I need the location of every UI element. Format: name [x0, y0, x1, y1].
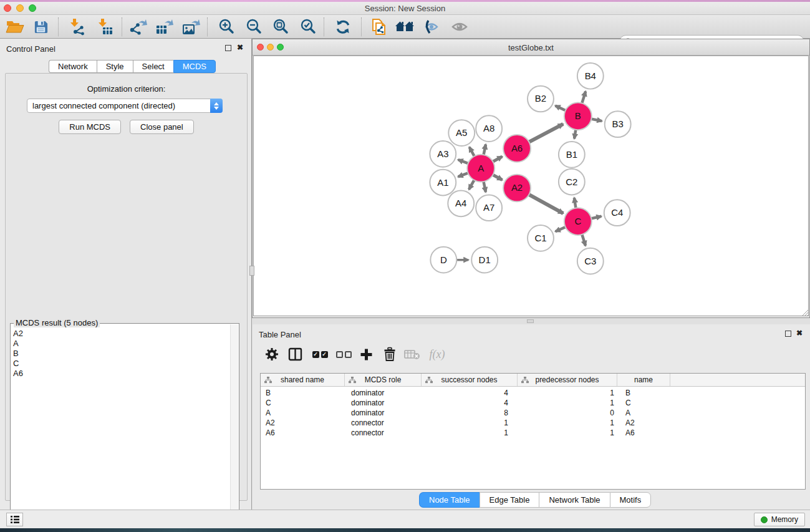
svg-text:A1: A1 — [437, 177, 448, 188]
column-header-shared-name[interactable]: shared name — [261, 374, 345, 386]
graph-node-D1[interactable]: D1 — [471, 247, 498, 273]
graph-node-B1[interactable]: B1 — [559, 142, 585, 168]
table-panel-title: Table Panel — [259, 330, 301, 339]
select-stepper-icon — [210, 99, 223, 113]
network-canvas[interactable]: B4B2BB3A8A5A6A3B1AC2A1A2A4A7C4CC1DD1C3 — [253, 56, 809, 316]
svg-text:B1: B1 — [566, 149, 577, 160]
save-session-icon[interactable] — [29, 17, 52, 37]
graph-node-A4[interactable]: A4 — [448, 190, 474, 216]
zoom-fit-icon[interactable] — [269, 17, 292, 37]
select-all-rows-icon[interactable]: ✓✓ — [309, 344, 331, 364]
tab-motifs[interactable]: Motifs — [610, 492, 652, 508]
home-icon[interactable] — [393, 17, 417, 37]
export-table-icon[interactable] — [152, 17, 176, 37]
graph-node-C4[interactable]: C4 — [604, 200, 630, 226]
graph-node-C3[interactable]: C3 — [577, 248, 604, 274]
optimization-criterion-select[interactable]: largest connected component (directed) — [27, 99, 223, 113]
show-graphics-details-icon[interactable] — [448, 17, 471, 37]
clone-network-icon[interactable] — [368, 17, 392, 37]
graph-node-A7[interactable]: A7 — [476, 195, 502, 221]
table-settings-gear-icon[interactable] — [261, 344, 283, 364]
graph-node-C1[interactable]: C1 — [528, 225, 554, 251]
hide-graphics-details-icon[interactable] — [420, 17, 443, 37]
memory-button[interactable]: Memory — [754, 513, 805, 526]
create-column-icon[interactable] — [355, 344, 377, 364]
svg-text:C2: C2 — [566, 177, 577, 187]
tab-mcds[interactable]: MCDS — [173, 60, 216, 73]
network-window-titlebar[interactable]: testGlobe.txt — [253, 39, 809, 56]
svg-text:A5: A5 — [456, 127, 467, 138]
graph-node-A[interactable]: A — [467, 155, 494, 182]
column-header-successor-nodes[interactable]: successor nodes — [422, 374, 518, 386]
svg-text:C4: C4 — [611, 207, 623, 218]
graph-node-C[interactable]: C — [564, 208, 592, 235]
export-image-icon[interactable] — [179, 17, 203, 37]
desktop-background-strip — [0, 528, 810, 532]
graph-node-B3[interactable]: B3 — [605, 111, 631, 137]
tab-style[interactable]: Style — [97, 60, 133, 73]
table-row[interactable]: C dominator 4 1 C — [261, 398, 805, 408]
column-header-predecessor-nodes[interactable]: predecessor nodes — [518, 374, 617, 386]
svg-text:A4: A4 — [455, 198, 466, 208]
zoom-selected-icon[interactable] — [296, 17, 320, 37]
control-panel-title: Control Panel — [6, 44, 55, 54]
import-table-icon[interactable] — [93, 17, 117, 37]
tab-network-table[interactable]: Network Table — [539, 492, 609, 508]
graph-node-B[interactable]: B — [564, 102, 592, 130]
deselect-all-rows-icon[interactable] — [332, 344, 355, 364]
svg-text:D1: D1 — [479, 254, 491, 265]
close-panel-button[interactable]: Close panel — [130, 120, 194, 134]
table-row[interactable]: A2 connector 1 1 A2 — [261, 418, 805, 428]
horizontal-splitter-handle[interactable] — [527, 319, 534, 323]
svg-text:A8: A8 — [483, 123, 494, 133]
graph-node-A8[interactable]: A8 — [476, 115, 502, 142]
graph-node-B2[interactable]: B2 — [528, 86, 554, 112]
tab-edge-table[interactable]: Edge Table — [480, 492, 539, 508]
delete-column-trash-icon[interactable] — [378, 344, 401, 364]
float-table-panel-icon[interactable] — [785, 331, 791, 337]
run-mcds-button[interactable]: Run MCDS — [59, 120, 121, 134]
task-list-icon — [10, 515, 20, 524]
open-file-icon[interactable] — [3, 17, 27, 37]
mcds-result-title: MCDS result (5 nodes) — [14, 318, 100, 327]
column-header-name[interactable]: name — [617, 374, 670, 386]
graph-node-C2[interactable]: C2 — [559, 169, 585, 195]
tab-select[interactable]: Select — [133, 60, 173, 73]
graph-node-A5[interactable]: A5 — [448, 120, 475, 146]
control-panel: Control Panel ✖ Network Style Select MCD… — [0, 39, 252, 510]
export-network-icon[interactable] — [126, 17, 150, 37]
float-panel-icon[interactable] — [225, 45, 231, 51]
graph-node-B4[interactable]: B4 — [577, 63, 604, 89]
refresh-icon[interactable] — [331, 17, 355, 37]
mcds-tab-content: Optimization criterion: largest connecte… — [5, 73, 248, 501]
zoom-in-icon[interactable] — [215, 17, 238, 37]
graph-node-A2[interactable]: A2 — [503, 175, 531, 202]
svg-text:C1: C1 — [534, 233, 546, 243]
close-table-panel-icon[interactable]: ✖ — [796, 329, 803, 337]
graph-node-A6[interactable]: A6 — [503, 135, 531, 162]
column-header-mcds-role[interactable]: MCDS role — [345, 374, 422, 386]
result-item: A2 — [13, 329, 23, 339]
tab-network[interactable]: Network — [49, 60, 97, 73]
import-network-icon[interactable] — [65, 17, 89, 37]
zoom-out-icon[interactable] — [242, 17, 266, 37]
close-panel-icon[interactable]: ✖ — [237, 43, 243, 52]
result-scrollbar[interactable] — [230, 324, 238, 532]
mcds-result-box: MCDS result (5 nodes) A2 A B C A6 — [10, 323, 239, 532]
table-row[interactable]: B dominator 4 1 B — [261, 388, 805, 398]
graph-node-D[interactable]: D — [430, 247, 456, 273]
task-history-button[interactable] — [6, 513, 23, 526]
graph-node-A3[interactable]: A3 — [430, 141, 456, 167]
show-columns-icon[interactable] — [284, 344, 306, 364]
function-builder-icon-disabled: f(x) — [426, 344, 448, 364]
graph-node-A1[interactable]: A1 — [430, 170, 456, 196]
network-window-title: testGlobe.txt — [253, 43, 809, 52]
node-table[interactable]: shared name MCDS role successor nodes pr… — [260, 373, 806, 490]
resize-grip-icon[interactable] — [801, 309, 809, 317]
table-row[interactable]: A6 connector 1 1 A6 — [261, 428, 805, 438]
svg-text:C3: C3 — [584, 256, 596, 266]
table-toolbar: ✓✓ f(x) — [253, 342, 810, 367]
table-row[interactable]: A dominator 8 0 A — [261, 408, 805, 418]
vertical-splitter-handle[interactable] — [249, 266, 254, 276]
tab-node-table[interactable]: Node Table — [419, 492, 480, 508]
